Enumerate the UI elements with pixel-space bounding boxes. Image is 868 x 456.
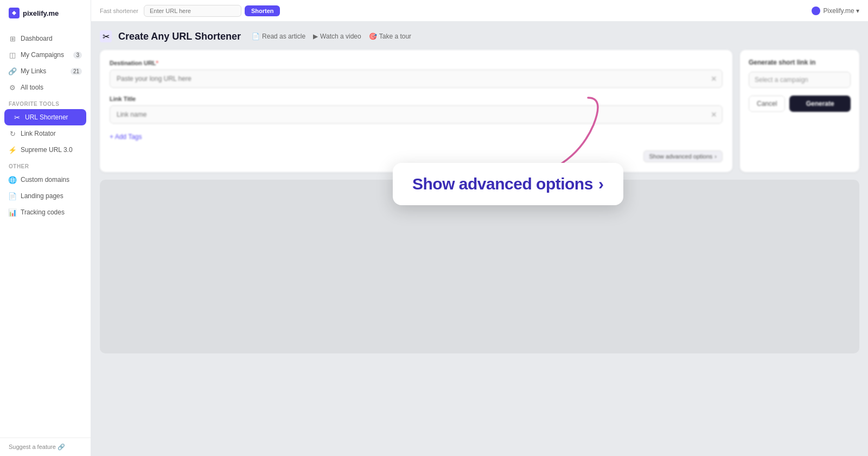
campaigns-badge: 3: [73, 52, 82, 59]
destination-url-label: Destination URL*: [110, 60, 723, 66]
sidebar-item-campaigns[interactable]: ◫ My Campaigns 3: [0, 47, 91, 63]
sidebar-item-landing-pages[interactable]: 📄 Landing pages: [0, 188, 91, 204]
show-advanced-chevron: ›: [714, 153, 717, 160]
fast-shortener-button[interactable]: Shorten: [245, 5, 280, 16]
watch-video-link[interactable]: ▶ Watch a video: [313, 33, 361, 40]
link-icon: 🔗: [9, 67, 16, 75]
sidebar-item-label: URL Shortener: [25, 113, 68, 121]
page-area: ✂ Create Any URL Shortener 📄 Read as art…: [91, 22, 868, 456]
sidebar-item-label: Custom domains: [21, 176, 69, 183]
url-shortener-icon: ✂: [13, 113, 21, 121]
sidebar-item-label: Landing pages: [21, 192, 63, 200]
user-avatar-icon: [812, 7, 820, 15]
page-title-icon: ✂: [100, 30, 112, 42]
sidebar-item-label: Link Rotator: [21, 130, 56, 137]
side-panel-title: Generate short link in: [749, 59, 851, 66]
tooltip-text: Show advanced options: [412, 175, 593, 193]
sidebar-nav: ⊞ Dashboard ◫ My Campaigns 3 🔗 My Links …: [0, 26, 91, 438]
topbar: Fast shortener Shorten Pixelify.me ▾: [91, 0, 868, 22]
fast-shortener-input[interactable]: [144, 5, 241, 17]
show-advanced-label: Show advanced options: [649, 153, 713, 160]
side-panel: Generate short link in Select a campaign…: [740, 50, 859, 172]
domain-icon: 🌐: [9, 176, 16, 183]
sidebar-item-label: Dashboard: [21, 35, 53, 42]
sidebar-item-url-shortener[interactable]: ✂ URL Shortener: [4, 109, 86, 125]
links-badge: 21: [71, 68, 82, 75]
destination-url-field: ✕: [110, 69, 723, 88]
link-title-label: Link Title: [110, 96, 723, 102]
tooltip-box[interactable]: Show advanced options ›: [393, 163, 623, 205]
page-header: ✂ Create Any URL Shortener 📄 Read as art…: [100, 30, 859, 42]
form-panel: Destination URL* ✕ Link Title ✕ + Add Ta…: [100, 50, 732, 172]
page-icon: ✂: [103, 31, 110, 42]
cancel-button[interactable]: Cancel: [749, 96, 785, 112]
sidebar-item-label: Tracking codes: [21, 208, 65, 216]
take-tour-link[interactable]: 🎯 Take a tour: [369, 33, 411, 40]
video-icon: ▶: [313, 33, 318, 40]
add-tags-link[interactable]: + Add Tags: [110, 133, 142, 141]
rotator-icon: ↻: [9, 130, 16, 137]
sidebar-item-label: My Campaigns: [21, 51, 64, 59]
landing-icon: 📄: [9, 192, 16, 200]
destination-url-clear[interactable]: ✕: [711, 74, 717, 83]
fast-shortener-top: Fast shortener Shorten: [100, 5, 280, 17]
side-panel-actions: Cancel Generate: [749, 96, 851, 112]
sidebar-item-supreme-url[interactable]: ⚡ Supreme URL 3.0: [0, 142, 91, 158]
article-icon: 📄: [252, 33, 260, 40]
sidebar-item-link-rotator[interactable]: ↻ Link Rotator: [0, 125, 91, 142]
topbar-right: Pixelify.me ▾: [812, 7, 859, 15]
other-label: OTHER: [0, 158, 91, 172]
topbar-left: Fast shortener Shorten: [100, 5, 280, 17]
link-title-field: ✕: [110, 105, 723, 124]
grid-icon: ⊞: [9, 35, 16, 42]
supreme-icon: ⚡: [9, 146, 16, 154]
sidebar-item-all-tools[interactable]: ⚙ All tools: [0, 79, 91, 96]
sidebar-item-custom-domains[interactable]: 🌐 Custom domains: [0, 172, 91, 188]
main-content: Fast shortener Shorten Pixelify.me ▾ ✂ C…: [91, 0, 868, 456]
fast-shortener-label: Fast shortener: [100, 8, 138, 14]
sidebar-item-label: My Links: [21, 67, 46, 75]
sidebar-item-links[interactable]: 🔗 My Links 21: [0, 63, 91, 79]
sidebar-item-dashboard[interactable]: ⊞ Dashboard: [0, 30, 91, 47]
favorite-tools-label: FAVORITE TOOLS: [0, 96, 91, 109]
blurred-bottom-area: [100, 180, 859, 353]
logo-text: pixelify.me: [23, 9, 59, 17]
form-panel-wrapper: Destination URL* ✕ Link Title ✕ + Add Ta…: [100, 50, 859, 172]
page-header-links: 📄 Read as article ▶ Watch a video 🎯 Take…: [252, 33, 411, 40]
tools-icon: ⚙: [9, 84, 16, 91]
logo-icon: [9, 8, 20, 18]
destination-url-input[interactable]: [110, 69, 723, 88]
sidebar-item-label: All tools: [21, 84, 43, 91]
campaign-select[interactable]: Select a campaign: [749, 72, 851, 88]
sidebar-bottom: Suggest a feature 🔗: [0, 438, 91, 456]
topbar-user-label[interactable]: Pixelify.me ▾: [824, 7, 859, 15]
layers-icon: ◫: [9, 51, 16, 59]
tooltip-chevron-icon: ›: [598, 175, 604, 193]
logo: pixelify.me: [0, 0, 91, 26]
suggest-feature-link[interactable]: Suggest a feature 🔗: [9, 444, 82, 451]
generate-button[interactable]: Generate: [789, 96, 851, 112]
tracking-icon: 📊: [9, 208, 16, 216]
show-advanced-options-button[interactable]: Show advanced options ›: [643, 150, 723, 162]
show-advanced-row: Show advanced options ›: [110, 150, 723, 162]
page-title: Create Any URL Shortener: [118, 31, 241, 42]
tour-icon: 🎯: [369, 33, 377, 40]
sidebar: pixelify.me ⊞ Dashboard ◫ My Campaigns 3…: [0, 0, 91, 456]
sidebar-item-label: Supreme URL 3.0: [21, 146, 73, 154]
read-article-link[interactable]: 📄 Read as article: [252, 33, 305, 40]
sidebar-item-tracking-codes[interactable]: 📊 Tracking codes: [0, 204, 91, 220]
link-title-clear[interactable]: ✕: [711, 110, 717, 119]
link-title-input[interactable]: [110, 105, 723, 124]
